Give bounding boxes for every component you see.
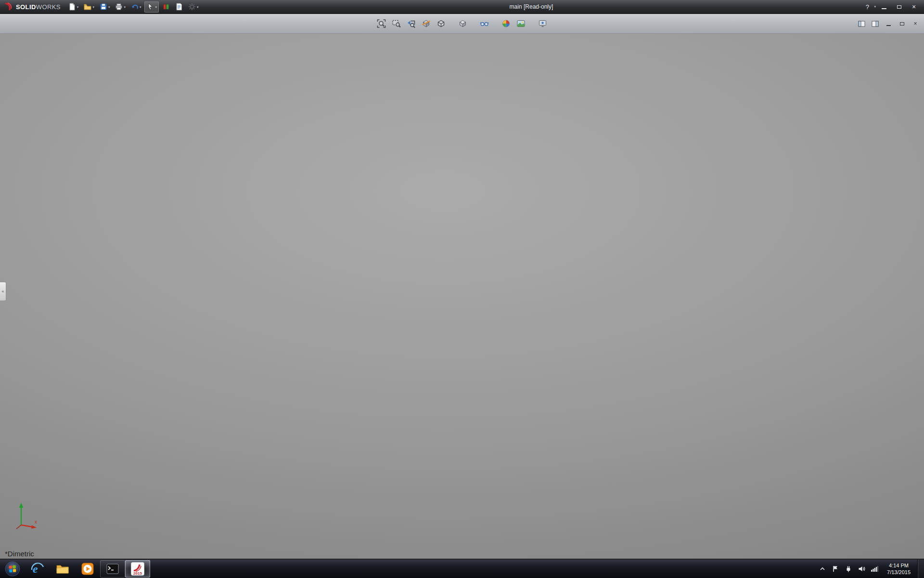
- minimize-button[interactable]: [877, 2, 891, 12]
- orientation-triad: x: [7, 498, 45, 534]
- chevron-down-icon[interactable]: ▾: [77, 5, 79, 9]
- new-document-button[interactable]: ▾: [66, 1, 81, 13]
- brand-works: WORKS: [36, 3, 61, 11]
- command-prompt-icon: [105, 562, 120, 576]
- volume-button[interactable]: [857, 559, 866, 578]
- chevron-down-icon[interactable]: ▾: [124, 5, 126, 9]
- zoom-to-fit-button[interactable]: [375, 17, 388, 30]
- rebuild-icon: [162, 3, 170, 11]
- display-style-icon: [458, 19, 468, 28]
- chevron-up-icon: [819, 565, 826, 572]
- windows-start-orb-icon: [5, 561, 20, 577]
- document-minimize-button[interactable]: [884, 19, 893, 28]
- document-restore-button[interactable]: [897, 19, 907, 28]
- zoom-area-icon: [392, 19, 401, 28]
- open-folder-icon: [84, 3, 91, 11]
- action-center-button[interactable]: [831, 559, 840, 578]
- internet-explorer-button[interactable]: e: [25, 559, 50, 578]
- standard-toolbar: ▾ ▾ ▾ ▾ ▾ ▾: [66, 1, 201, 13]
- pane-left-icon: [858, 21, 865, 27]
- edit-appearance-button[interactable]: [500, 17, 513, 30]
- select-cursor-icon: [146, 3, 154, 11]
- media-player-icon: [80, 562, 95, 576]
- start-button[interactable]: [0, 559, 25, 578]
- brand-solid: SOLID: [16, 3, 36, 11]
- display-style-button[interactable]: [457, 17, 469, 30]
- section-view-button[interactable]: [420, 17, 433, 30]
- chevron-down-icon[interactable]: ▾: [155, 5, 157, 9]
- pane-right-button[interactable]: [870, 19, 880, 28]
- network-button[interactable]: [870, 559, 879, 578]
- view-settings-icon: [538, 19, 548, 28]
- previous-view-button[interactable]: [405, 17, 418, 30]
- view-settings-button[interactable]: [537, 17, 549, 30]
- solidworks-version-badge: 2015: [130, 571, 145, 576]
- restore-button[interactable]: [892, 2, 906, 12]
- pane-left-button[interactable]: [857, 19, 866, 28]
- chevron-down-icon[interactable]: ▾: [108, 5, 110, 9]
- zoom-to-area-button[interactable]: [390, 17, 403, 30]
- options-gear-icon: [188, 3, 196, 11]
- new-document-icon: [68, 3, 76, 11]
- power-plug-icon: [845, 565, 852, 573]
- jet-engine-3d-model: [0, 34, 924, 559]
- system-tray: 4:14 PM 7/13/2015: [815, 559, 917, 578]
- zoom-fit-icon: [377, 19, 386, 28]
- document-window-controls: ×: [857, 19, 920, 28]
- view-orientation-cube-icon: [436, 19, 446, 28]
- solidworks-logo: SOLIDWORKS: [2, 2, 65, 11]
- options-button[interactable]: ▾: [186, 1, 201, 13]
- print-icon: [115, 3, 123, 11]
- clock-time: 4:14 PM: [889, 562, 909, 569]
- rebuild-button[interactable]: [160, 1, 172, 13]
- file-properties-icon: [175, 3, 183, 11]
- folder-icon: [55, 562, 70, 576]
- hidden-icons-button[interactable]: [818, 559, 827, 578]
- taskbar-clock[interactable]: 4:14 PM 7/13/2015: [883, 562, 914, 576]
- file-properties-button[interactable]: [173, 1, 185, 13]
- windows-explorer-button[interactable]: [50, 559, 75, 578]
- flag-icon: [832, 565, 839, 573]
- document-title: main [Read-only]: [201, 3, 861, 10]
- chevron-down-icon[interactable]: ▾: [874, 5, 876, 9]
- previous-view-icon: [407, 19, 416, 28]
- apply-scene-button[interactable]: [515, 17, 527, 30]
- view-toolbar-strip: ×: [0, 14, 924, 34]
- pane-right-icon: [872, 21, 879, 27]
- command-prompt-button[interactable]: [100, 560, 125, 578]
- chevron-down-icon[interactable]: ▾: [140, 5, 141, 9]
- speaker-icon: [858, 565, 865, 573]
- chevron-down-icon[interactable]: ▾: [197, 5, 199, 9]
- window-controls: ? ▾ ×: [862, 2, 922, 12]
- solidworks-logo-icon: [4, 2, 13, 11]
- help-button[interactable]: ?: [862, 2, 873, 12]
- edit-appearance-ball-icon: [501, 19, 511, 28]
- close-button[interactable]: ×: [907, 2, 921, 12]
- print-button[interactable]: ▾: [113, 1, 128, 13]
- hide-show-items-button[interactable]: [478, 17, 491, 30]
- view-orientation-label: *Dimetric: [5, 550, 34, 558]
- save-button[interactable]: ▾: [98, 1, 112, 13]
- graphics-area[interactable]: « x *Dimetric: [0, 34, 924, 559]
- select-button[interactable]: ▾: [144, 1, 159, 13]
- document-close-button[interactable]: ×: [911, 19, 920, 28]
- triad-axes-icon: [7, 498, 45, 534]
- save-icon: [100, 3, 107, 11]
- solidworks-2015-button[interactable]: 2015: [125, 560, 150, 578]
- solidworks-window: SOLIDWORKS ▾ ▾ ▾ ▾ ▾: [0, 0, 924, 578]
- open-button[interactable]: ▾: [82, 1, 96, 13]
- heads-up-view-toolbar: [375, 17, 549, 30]
- panel-collapse-arrow[interactable]: «: [0, 282, 6, 301]
- undo-button[interactable]: ▾: [129, 1, 143, 13]
- triad-x-label: x: [35, 519, 37, 525]
- internet-explorer-icon: e: [30, 562, 45, 576]
- titlebar: SOLIDWORKS ▾ ▾ ▾ ▾ ▾: [0, 0, 924, 14]
- view-orientation-button[interactable]: [435, 17, 448, 30]
- power-button[interactable]: [844, 559, 853, 578]
- section-view-icon: [422, 19, 431, 28]
- show-desktop-button[interactable]: [917, 559, 924, 578]
- clock-date: 7/13/2015: [887, 569, 911, 576]
- apply-scene-icon: [516, 19, 526, 28]
- media-player-button[interactable]: [75, 559, 100, 578]
- chevron-down-icon[interactable]: ▾: [92, 5, 94, 9]
